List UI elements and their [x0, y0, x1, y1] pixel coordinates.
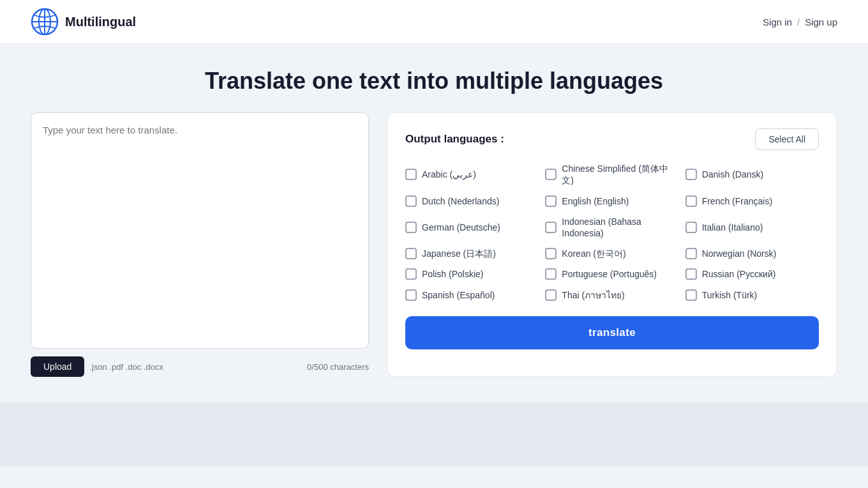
language-item-danish[interactable]: Danish (Dansk) [685, 163, 819, 186]
label-turkish: Turkish (Türk) [702, 289, 758, 301]
language-item-korean[interactable]: Korean (한국어) [545, 248, 678, 259]
label-english: English (English) [562, 195, 629, 207]
checkbox-french[interactable] [685, 195, 697, 207]
label-russian: Russian (Русский) [702, 268, 776, 280]
upload-section: Upload .json .pdf .doc .docx [31, 356, 163, 377]
language-item-polish[interactable]: Polish (Polskie) [405, 268, 539, 280]
checkbox-thai[interactable] [545, 289, 557, 301]
translate-button[interactable]: translate [405, 316, 819, 349]
page-title: Translate one text into multiple languag… [0, 44, 868, 112]
output-header: Output languages : Select All [405, 128, 819, 150]
label-polish: Polish (Polskie) [422, 268, 483, 280]
language-item-thai[interactable]: Thai (ภาษาไทย) [545, 289, 678, 301]
label-portuguese: Portuguese (Português) [562, 268, 657, 280]
char-count: 0/500 characters [307, 362, 369, 372]
language-item-spanish[interactable]: Spanish (Español) [405, 289, 539, 301]
checkbox-polish[interactable] [405, 268, 417, 280]
char-limit: 500 [314, 362, 328, 372]
label-dutch: Dutch (Nederlands) [422, 195, 499, 207]
language-item-arabic[interactable]: Arabic (عربي) [405, 163, 539, 186]
upload-row: Upload .json .pdf .doc .docx 0/500 chara… [31, 356, 369, 377]
checkbox-chinese-simplified[interactable] [545, 169, 557, 180]
output-title: Output languages : [405, 133, 504, 146]
label-arabic: Arabic (عربي) [422, 169, 476, 180]
label-indonesian: Indonesian (Bahasa Indonesia) [562, 216, 678, 239]
checkbox-turkish[interactable] [685, 289, 697, 301]
select-all-button[interactable]: Select All [755, 128, 819, 150]
checkbox-japanese[interactable] [405, 248, 417, 259]
language-item-indonesian[interactable]: Indonesian (Bahasa Indonesia) [545, 216, 678, 239]
checkbox-portuguese[interactable] [545, 268, 557, 280]
nav-separator: / [797, 17, 800, 27]
checkbox-arabic[interactable] [405, 169, 417, 180]
checkbox-danish[interactable] [685, 169, 697, 180]
label-spanish: Spanish (Español) [422, 289, 495, 301]
label-french: French (Français) [702, 195, 772, 207]
text-input-area: Upload .json .pdf .doc .docx 0/500 chara… [31, 112, 369, 377]
checkbox-german[interactable] [405, 222, 417, 233]
label-chinese-simplified: Chinese Simplified (简体中文) [562, 163, 678, 186]
checkbox-indonesian[interactable] [545, 222, 557, 233]
language-item-italian[interactable]: Italian (Italiano) [685, 216, 819, 239]
language-item-norwegian[interactable]: Norwegian (Norsk) [685, 248, 819, 259]
label-japanese: Japanese (日本語) [422, 248, 496, 259]
label-thai: Thai (ภาษาไทย) [562, 289, 624, 301]
checkbox-norwegian[interactable] [685, 248, 697, 259]
checkbox-spanish[interactable] [405, 289, 417, 301]
checkbox-italian[interactable] [685, 222, 697, 233]
label-german: German (Deutsche) [422, 222, 500, 233]
footer-area [0, 402, 868, 466]
language-item-chinese-simplified[interactable]: Chinese Simplified (简体中文) [545, 163, 678, 186]
label-danish: Danish (Dansk) [702, 169, 763, 180]
header: Multilingual Sign in / Sign up [0, 0, 868, 44]
label-norwegian: Norwegian (Norsk) [702, 248, 777, 259]
signin-link[interactable]: Sign in [763, 17, 792, 27]
language-item-russian[interactable]: Russian (Русский) [685, 268, 819, 280]
language-item-portuguese[interactable]: Portuguese (Português) [545, 268, 678, 280]
label-italian: Italian (Italiano) [702, 222, 763, 233]
label-korean: Korean (한국어) [562, 248, 625, 259]
output-area: Output languages : Select All Arabic (عر… [387, 112, 837, 377]
checkbox-english[interactable] [545, 195, 557, 207]
char-count-value: 0 [307, 362, 311, 372]
globe-icon [31, 8, 59, 36]
language-item-dutch[interactable]: Dutch (Nederlands) [405, 195, 539, 207]
checkbox-korean[interactable] [545, 248, 557, 259]
logo-text: Multilingual [65, 15, 136, 29]
file-types-label: .json .pdf .doc .docx [89, 362, 163, 372]
text-input[interactable] [31, 112, 369, 349]
logo-area: Multilingual [31, 8, 136, 36]
checkbox-dutch[interactable] [405, 195, 417, 207]
nav-links: Sign in / Sign up [763, 17, 837, 27]
language-item-french[interactable]: French (Français) [685, 195, 819, 207]
language-item-english[interactable]: English (English) [545, 195, 678, 207]
char-suffix: characters [330, 362, 369, 372]
checkbox-russian[interactable] [685, 268, 697, 280]
signup-link[interactable]: Sign up [805, 17, 837, 27]
content-area: Upload .json .pdf .doc .docx 0/500 chara… [0, 112, 868, 402]
language-item-german[interactable]: German (Deutsche) [405, 216, 539, 239]
languages-grid: Arabic (عربي)Chinese Simplified (简体中文)Da… [405, 163, 819, 301]
upload-button[interactable]: Upload [31, 356, 84, 377]
language-item-japanese[interactable]: Japanese (日本語) [405, 248, 539, 259]
language-item-turkish[interactable]: Turkish (Türk) [685, 289, 819, 301]
